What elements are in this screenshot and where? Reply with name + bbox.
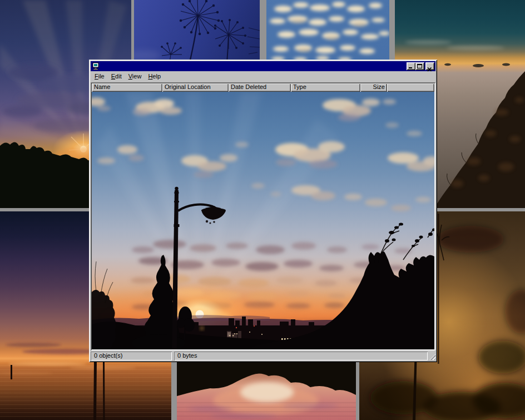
maximize-button[interactable] [415, 62, 424, 70]
desktop: File Edit View Help Name Original Locati… [0, 0, 525, 420]
minimize-icon [409, 67, 412, 68]
titlebar[interactable] [91, 61, 435, 71]
column-header-size[interactable]: Size [360, 83, 387, 92]
menu-edit[interactable]: Edit [108, 72, 125, 81]
column-header-date-deleted[interactable]: Date Deleted [229, 83, 291, 92]
status-size: 0 bytes [174, 352, 428, 360]
close-button[interactable] [425, 62, 434, 70]
menu-view[interactable]: View [125, 72, 145, 81]
menubar: File Edit View Help [91, 71, 435, 82]
sunset-scene [92, 92, 434, 349]
menu-help[interactable]: Help [145, 72, 164, 81]
status-objects: 0 object(s) [91, 352, 172, 360]
minimize-button[interactable] [407, 62, 415, 70]
column-header-name[interactable]: Name [92, 83, 162, 92]
titlebar-buttons [407, 62, 434, 70]
statusbar: 0 object(s) 0 bytes [91, 352, 435, 360]
sunset-streetlamp-photo[interactable] [92, 92, 434, 349]
column-header-filler [387, 83, 434, 92]
column-header-row: Name Original Location Date Deleted Type… [92, 83, 434, 92]
maximize-icon [417, 64, 422, 68]
column-header-original-location[interactable]: Original Location [162, 83, 229, 92]
computer-icon[interactable] [92, 62, 100, 70]
column-header-type[interactable]: Type [291, 83, 360, 92]
close-icon [427, 64, 432, 74]
recycle-bin-window: File Edit View Help Name Original Locati… [89, 60, 437, 362]
menu-file[interactable]: File [91, 72, 108, 81]
resize-grip-icon[interactable] [430, 352, 435, 360]
listview[interactable]: Name Original Location Date Deleted Type… [91, 82, 435, 350]
